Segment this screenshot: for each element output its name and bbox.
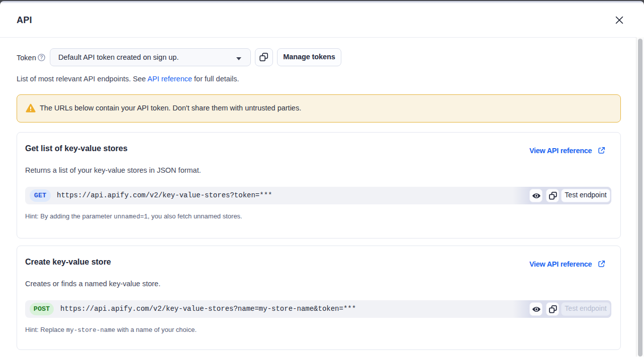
svg-text:?: ? bbox=[40, 54, 43, 60]
